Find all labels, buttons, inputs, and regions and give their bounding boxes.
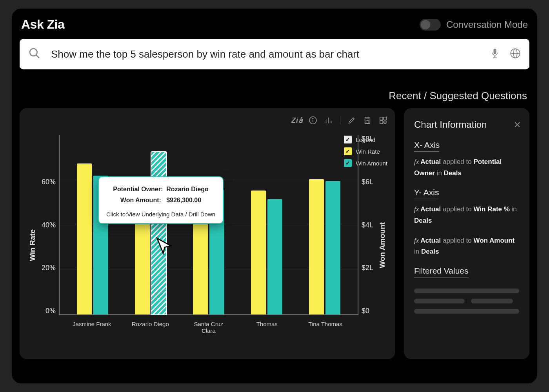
y-left-ticks: . 60% 40% 20% 0%	[38, 135, 59, 315]
tooltip-owner-label: Potential Owner:	[113, 186, 163, 192]
tick: 20%	[42, 264, 56, 272]
filtered-values-skeleton	[414, 289, 519, 314]
x-tick-label: Jasmine Frank	[72, 321, 111, 334]
x-axis-heading: X- Axis	[414, 140, 440, 152]
y-right-axis-label: Won Amount	[376, 135, 388, 355]
svg-rect-15	[380, 117, 383, 120]
svg-rect-17	[380, 121, 383, 123]
tick: 0%	[45, 307, 56, 315]
main-content: Ziȧ ✓	[20, 108, 529, 359]
svg-rect-16	[384, 117, 386, 120]
cursor-icon	[155, 237, 173, 256]
tooltip-owner-row: Potential Owner: Rozario Diego	[105, 186, 216, 193]
bar-win-rate[interactable]	[309, 179, 324, 314]
svg-rect-14	[366, 121, 369, 123]
plot-wrap: Jasmine FrankRozario DiegoSanta Cruz Cla…	[59, 135, 358, 355]
bar-group[interactable]	[76, 135, 109, 314]
svg-rect-2	[494, 56, 495, 58]
chart-toolbar: Ziȧ	[293, 116, 387, 125]
bar-win-rate[interactable]	[251, 191, 266, 314]
toolbar-divider	[340, 116, 340, 125]
zia-icon[interactable]: Ziȧ	[293, 116, 302, 125]
bar-win-rate[interactable]	[77, 163, 92, 314]
tooltip-amount-row: Won Amount: $926,300.00	[105, 197, 216, 204]
y-axis-heading: Y- Axis	[414, 188, 439, 199]
conversation-mode-toggle[interactable]	[420, 19, 441, 31]
bars-row	[60, 135, 358, 314]
svg-line-1	[36, 55, 39, 58]
svg-rect-13	[366, 117, 369, 119]
x-tick-label: Thomas	[247, 321, 287, 334]
chart-tooltip[interactable]: Potential Owner: Rozario Diego Won Amoun…	[98, 176, 224, 224]
tick: 40%	[42, 221, 56, 229]
tooltip-amount-value: $926,300.00	[166, 197, 201, 203]
filtered-values-heading: Filtered Values	[414, 266, 469, 278]
tick: $2L	[362, 264, 373, 272]
info-icon[interactable]	[309, 116, 317, 125]
tick: $4L	[362, 221, 373, 229]
recent-suggested-heading: Recent / Suggested Questions	[20, 90, 527, 102]
bar-win-amount[interactable]	[267, 199, 282, 314]
chart-card: Ziȧ ✓	[20, 108, 395, 359]
tooltip-action: Click to:View Underlying Data / Drill Do…	[105, 211, 216, 218]
bar-group[interactable]	[135, 135, 167, 314]
close-icon[interactable]: ✕	[514, 120, 521, 130]
y-axis-description-1: fxActual applied to Win Rate % in Deals	[414, 204, 519, 227]
conversation-mode: Conversation Mode	[420, 19, 528, 31]
svg-point-0	[30, 49, 37, 56]
y-left-axis-label: Win Rate	[27, 135, 38, 355]
info-panel-title: Chart Information	[414, 119, 519, 130]
search-icon	[28, 47, 41, 61]
page-title: Ask Zia	[21, 17, 64, 32]
bar-group[interactable]	[193, 135, 225, 314]
fx-icon: fx	[414, 158, 419, 165]
plot-area[interactable]	[59, 135, 358, 315]
search-bar	[20, 39, 529, 69]
x-axis-labels: Jasmine FrankRozario DiegoSanta Cruz Cla…	[59, 315, 358, 334]
tick: 60%	[42, 178, 56, 186]
bar-win-amount[interactable]	[325, 181, 340, 314]
x-tick-label: Rozario Diego	[131, 321, 170, 334]
svg-rect-3	[493, 58, 496, 58]
x-tick-label: Santa Cruz Clara	[189, 321, 228, 334]
globe-icon[interactable]	[510, 48, 521, 60]
chart-information-panel: ✕ Chart Information X- Axis fxActual app…	[404, 108, 529, 359]
chart-body: Win Rate . 60% 40% 20% 0% Jasmine FrankR…	[27, 135, 388, 355]
fx-icon: fx	[414, 237, 419, 244]
y-axis-description-2: fxActual applied to Won Amount in Deals	[414, 235, 519, 258]
tooltip-owner-value: Rozario Diego	[166, 186, 209, 192]
edit-icon[interactable]	[347, 116, 356, 125]
svg-point-9	[313, 118, 313, 119]
legend-title: Legend	[356, 136, 375, 143]
header: Ask Zia Conversation Mode	[20, 17, 529, 39]
bar-chart-icon[interactable]	[324, 116, 333, 125]
app-window: Ask Zia Conversation Mode Recent / Sugge…	[12, 9, 537, 383]
fx-icon: fx	[414, 205, 419, 213]
microphone-icon[interactable]	[489, 48, 500, 60]
tick: $0	[362, 307, 369, 315]
search-input[interactable]	[50, 48, 480, 61]
conversation-mode-label: Conversation Mode	[446, 19, 528, 30]
bar-group[interactable]	[309, 135, 341, 314]
tooltip-amount-label: Won Amount:	[120, 197, 161, 203]
save-icon[interactable]	[363, 116, 372, 125]
x-axis-description: fxActual applied to Potential Owner in D…	[414, 156, 519, 179]
dashboard-add-icon[interactable]	[379, 116, 387, 125]
bar-group[interactable]	[251, 135, 283, 314]
tick: $6L	[362, 178, 373, 186]
x-tick-label: Tina Thomas	[306, 321, 345, 334]
